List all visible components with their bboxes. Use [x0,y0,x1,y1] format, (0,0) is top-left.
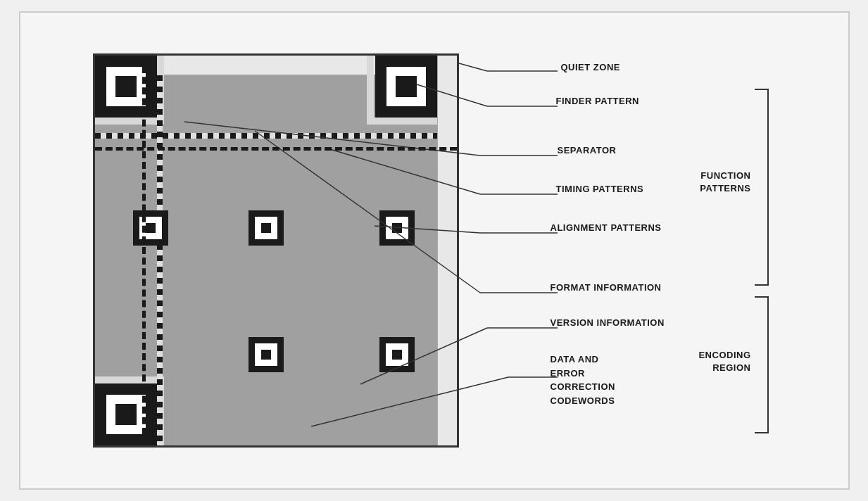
quiet-zone-label: QUIET ZONE [561,61,620,73]
finder-inner-tl [106,67,146,106]
timing-indicator-vertical [142,56,146,445]
timing-patterns-label: TIMING PATTERNS [556,182,644,195]
finder-pattern-bottom-left [95,383,157,445]
finder-pattern-top-left [95,56,157,118]
version-information-label: VERSION INFORMATION [551,316,665,329]
alignment-pattern-bot-center [249,337,284,372]
finder-core-bl [115,404,137,425]
separator-h-tl [95,118,164,125]
format-information-label: FORMAT INFORMATION [551,281,662,293]
svg-line-1 [459,63,487,71]
align-core-bot-center [261,350,271,360]
align-core-right-mid [392,223,402,233]
data-error-correction-label: DATA AND ERROR CORRECTION CODEWORDS [551,353,615,407]
align-core-center [261,223,271,233]
finder-inner-tr [386,67,426,106]
finder-inner-bl [106,395,146,434]
quiet-zone-right [437,56,457,445]
align-inner-bot-center [255,343,277,366]
function-patterns-bracket [755,89,769,286]
timing-indicator-horizontal [95,147,457,151]
alignment-pattern-bot-right [379,337,415,372]
separator-h-bl [95,376,164,383]
alignment-pattern-right-mid [379,210,415,246]
finder-pattern-top-right [375,56,437,118]
content-area: QUIET ZONE FINDER PATTERN SEPARATOR TIMI… [93,53,776,448]
finder-pattern-label: FINDER PATTERN [556,94,639,107]
align-inner-center [255,217,277,239]
diagram-container: QUIET ZONE FINDER PATTERN SEPARATOR TIMI… [19,11,850,490]
alignment-pattern-left [133,210,168,246]
separator-v-tr [367,56,374,125]
separator-label: SEPARATOR [558,144,617,156]
qr-diagram [93,53,459,448]
timing-pattern-vertical [157,75,163,445]
encoding-region-bracket [755,296,769,433]
finder-core-tl [115,76,137,97]
timing-pattern-horizontal [95,133,437,139]
align-inner-bot-right [386,343,408,366]
align-core-bot-right [392,350,402,360]
labels-container: QUIET ZONE FINDER PATTERN SEPARATOR TIMI… [480,53,776,448]
encoding-region-label: ENCODING REGION [698,349,750,374]
function-patterns-label: FUNCTION PATTERNS [700,170,750,195]
alignment-pattern-center [249,210,284,246]
finder-core-tr [396,76,417,97]
separator-h-tr [368,118,437,125]
alignment-patterns-label: ALIGNMENT PATTERNS [551,221,662,234]
align-inner-right-mid [386,217,408,239]
align-core-left [146,223,156,233]
